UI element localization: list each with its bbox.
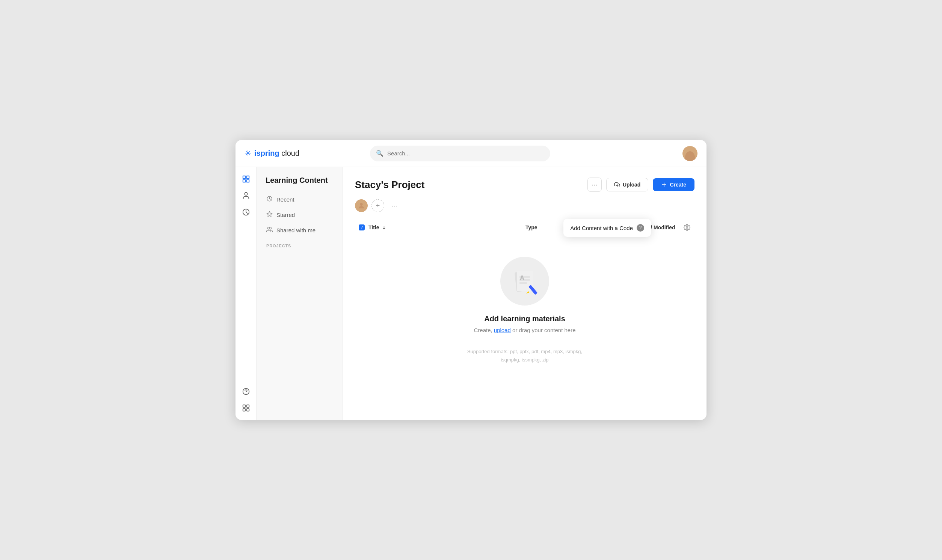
empty-state-description: Create, upload or drag your content here — [473, 327, 575, 333]
sidebar-item-content[interactable] — [239, 172, 254, 186]
col-header-title[interactable]: Title — [368, 225, 526, 231]
select-all-checkbox[interactable]: ✓ — [355, 225, 368, 231]
svg-rect-5 — [247, 405, 249, 407]
content-header: Stacy's Project ··· Upload — [355, 177, 694, 192]
add-content-dropdown: Add Content with a Code ? — [563, 219, 651, 237]
svg-point-0 — [245, 192, 247, 195]
shared-icon — [266, 226, 273, 234]
nav-sidebar: Learning Content Recent Starred — [256, 167, 343, 420]
help-icon[interactable]: ? — [637, 224, 644, 232]
checkbox-checked: ✓ — [359, 225, 365, 231]
empty-illustration: A — [500, 257, 549, 306]
recent-icon — [266, 195, 273, 203]
svg-rect-6 — [247, 409, 249, 411]
svg-point-14 — [360, 203, 362, 206]
upload-button[interactable]: Upload — [606, 178, 648, 191]
empty-state-formats: Supported formats: ppt, pptx, pdf, mp4, … — [467, 348, 582, 364]
svg-text:A: A — [520, 274, 525, 282]
create-button-label: Create — [670, 182, 686, 188]
icon-sidebar — [236, 167, 256, 420]
search-icon: 🔍 — [376, 150, 384, 157]
nav-item-shared-label: Shared with me — [276, 227, 316, 234]
sidebar-item-apps[interactable] — [239, 400, 254, 415]
sidebar-item-help[interactable] — [239, 384, 254, 399]
more-members-button[interactable]: ··· — [388, 199, 401, 212]
svg-point-10 — [268, 227, 270, 229]
add-member-button[interactable]: + — [372, 199, 384, 212]
svg-point-16 — [686, 227, 688, 229]
nav-item-starred[interactable]: Starred — [262, 208, 336, 222]
member-avatar — [355, 199, 368, 212]
logo: ✳ ispring cloud — [245, 149, 299, 158]
icon-sidebar-bottom — [239, 384, 254, 415]
sidebar-item-users[interactable] — [239, 188, 254, 203]
header-actions: ··· Upload Creat — [587, 177, 694, 192]
more-options-button[interactable]: ··· — [587, 177, 602, 192]
user-avatar[interactable] — [683, 146, 697, 161]
col-settings-icon[interactable] — [680, 224, 694, 231]
nav-item-recent[interactable]: Recent — [262, 192, 336, 207]
svg-rect-4 — [243, 405, 245, 407]
empty-state: A Add learning materials Create, upload … — [355, 234, 694, 372]
project-title: Stacy's Project — [355, 179, 587, 191]
nav-item-shared[interactable]: Shared with me — [262, 223, 336, 238]
star-icon — [266, 211, 273, 219]
sidebar-item-analytics[interactable] — [239, 205, 254, 220]
main-layout: Learning Content Recent Starred — [236, 167, 706, 420]
logo-icon: ✳ — [245, 149, 251, 158]
svg-marker-9 — [267, 211, 272, 216]
search-input[interactable] — [387, 150, 544, 157]
nav-item-recent-label: Recent — [276, 196, 294, 203]
search-bar: 🔍 — [370, 146, 550, 162]
empty-state-title: Add learning materials — [484, 315, 565, 323]
content-area: Stacy's Project ··· Upload — [343, 167, 706, 420]
nav-sidebar-title: Learning Content — [262, 176, 336, 185]
nav-item-starred-label: Starred — [276, 212, 295, 218]
logo-text: ispring cloud — [254, 149, 299, 158]
svg-marker-24 — [526, 291, 529, 294]
upload-button-label: Upload — [623, 182, 640, 188]
add-content-label: Add Content with a Code — [570, 225, 633, 231]
create-button[interactable]: Create — [653, 178, 694, 191]
svg-rect-7 — [243, 409, 245, 411]
members-row: + ··· — [355, 199, 694, 212]
projects-label: PROJECTS — [266, 244, 336, 248]
upload-link[interactable]: upload — [494, 327, 511, 333]
topbar: ✳ ispring cloud 🔍 — [236, 140, 706, 167]
